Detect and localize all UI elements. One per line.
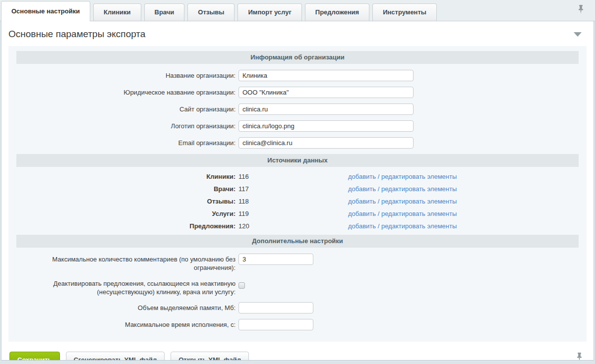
field-label: Название организации: — [16, 70, 238, 80]
export-settings-form: Информация об организации Название орган… — [8, 46, 587, 342]
form-row: Деактивировать предложения, ссылающиеся … — [16, 278, 579, 297]
edit-elements-link[interactable]: добавить / редактировать элементы — [348, 173, 457, 180]
screen: Основные настройки Клиники Врачи Отзывы … — [0, 0, 595, 364]
source-label: Врачи: — [16, 185, 238, 193]
max-exec-time-input[interactable] — [238, 319, 313, 330]
form-row: Логотип организации: — [16, 120, 579, 132]
pin-icon[interactable] — [578, 5, 584, 16]
settings-window: Основные параметры экспорта Информация о… — [1, 21, 594, 361]
form-row: Сайт организации: — [16, 104, 579, 115]
source-label: Отзывы: — [16, 198, 238, 205]
edit-elements-link[interactable]: добавить / редактировать элементы — [348, 185, 457, 193]
org-legal-name-input[interactable] — [238, 87, 414, 98]
title-row: Основные параметры экспорта — [1, 21, 594, 46]
source-iblock-id: 118 — [238, 198, 348, 205]
tab-reviews[interactable]: Отзывы — [187, 3, 235, 21]
tab-offers[interactable]: Предложения — [305, 3, 369, 21]
chevron-down-icon[interactable] — [574, 32, 582, 37]
pin-icon[interactable] — [576, 353, 583, 361]
field-label: Деактивировать предложения, ссылающиеся … — [16, 278, 238, 297]
field-label: Юридическое название организации: — [16, 87, 238, 97]
form-row: Название организации: — [16, 70, 579, 81]
source-row: Врачи: 117 добавить / редактировать элем… — [16, 185, 579, 193]
max-comments-input[interactable] — [238, 254, 313, 265]
source-iblock-id: 119 — [238, 210, 348, 217]
footer-button-bar: Сохранить Сгенерировать YML файл Открыть… — [1, 342, 594, 361]
source-label: Услуги: — [16, 210, 238, 217]
form-row: Объем выделяемой памяти, Мб: — [16, 302, 579, 313]
source-label: Клиники: — [16, 173, 238, 180]
org-name-input[interactable] — [238, 70, 414, 81]
edit-elements-link[interactable]: добавить / редактировать элементы — [348, 210, 457, 217]
field-label: Сайт организации: — [16, 104, 238, 114]
source-iblock-id: 116 — [238, 173, 348, 180]
tab-import-services[interactable]: Импорт услуг — [238, 3, 301, 21]
field-label: Максимальное время исполнения, с: — [16, 319, 238, 329]
org-site-input[interactable] — [238, 104, 414, 115]
source-row: Предложения: 120 добавить / редактироват… — [16, 222, 579, 230]
section-header-additional: Дополнительные настройки — [16, 235, 579, 248]
deactivate-offers-checkbox[interactable] — [238, 282, 245, 289]
tab-doctors[interactable]: Врачи — [144, 3, 185, 21]
section-header-sources: Источники данных — [16, 154, 579, 167]
memory-limit-input[interactable] — [238, 302, 313, 313]
source-row: Услуги: 119 добавить / редактировать эле… — [16, 210, 579, 217]
form-row: Юридическое название организации: — [16, 87, 579, 98]
field-label: Логотип организации: — [16, 120, 238, 131]
form-row: Email организации: — [16, 137, 579, 149]
open-yml-button[interactable]: Открыть YML файл — [171, 352, 249, 361]
source-row: Отзывы: 118 добавить / редактировать эле… — [16, 198, 579, 205]
tab-bar: Основные настройки Клиники Врачи Отзывы … — [0, 0, 595, 21]
field-label: Email организации: — [16, 137, 238, 148]
page-title: Основные параметры экспорта — [8, 29, 145, 40]
tab-clinics[interactable]: Клиники — [93, 3, 141, 21]
source-iblock-id: 117 — [238, 185, 348, 193]
save-button[interactable]: Сохранить — [9, 352, 60, 361]
form-row: Максимальное время исполнения, с: — [16, 319, 579, 330]
org-logo-input[interactable] — [238, 120, 414, 132]
field-label: Объем выделяемой памяти, Мб: — [16, 302, 238, 312]
tab-main-settings[interactable]: Основные настройки — [1, 1, 90, 21]
field-label: Максимальное количество комментариев (по… — [16, 254, 238, 272]
edit-elements-link[interactable]: добавить / редактировать элементы — [348, 222, 457, 230]
edit-elements-link[interactable]: добавить / редактировать элементы — [348, 198, 457, 205]
source-label: Предложения: — [16, 222, 238, 230]
tab-tools[interactable]: Инструменты — [372, 3, 437, 21]
form-row: Максимальное количество комментариев (по… — [16, 254, 579, 272]
source-row: Клиники: 116 добавить / редактировать эл… — [16, 173, 579, 180]
generate-yml-button[interactable]: Сгенерировать YML файл — [66, 352, 165, 361]
org-email-input[interactable] — [238, 137, 414, 149]
source-iblock-id: 120 — [238, 222, 348, 230]
section-header-organization: Информация об организации — [16, 51, 579, 64]
